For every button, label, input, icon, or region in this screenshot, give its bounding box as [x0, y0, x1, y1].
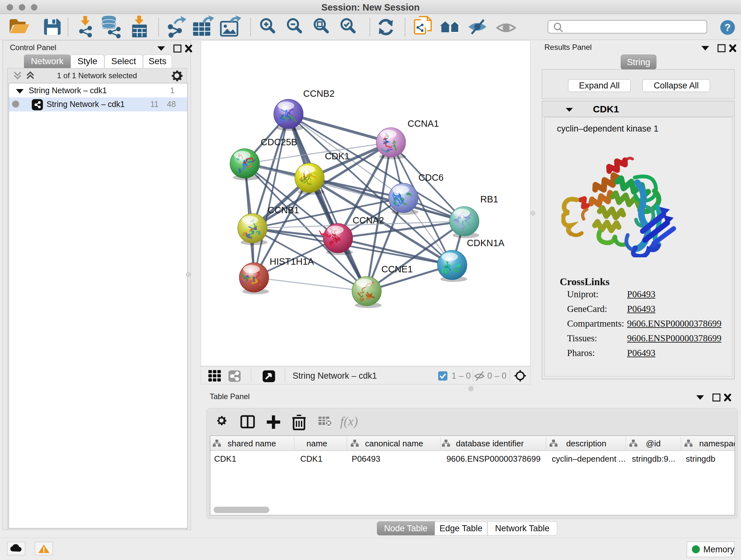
svg-text:CDC6: CDC6 [418, 172, 444, 183]
svg-text:?: ? [724, 22, 731, 33]
svg-text:String Network – cdk1: String Network – cdk1 [293, 371, 377, 381]
svg-text:canonical name: canonical name [365, 439, 423, 448]
svg-text:HIST1H1A: HIST1H1A [270, 256, 314, 266]
svg-text:database identifier: database identifier [456, 439, 524, 448]
svg-text:@id: @id [646, 439, 661, 448]
svg-text:RB1: RB1 [480, 194, 498, 204]
svg-text:CDC25B: CDC25B [261, 137, 297, 147]
svg-text:0 – 0: 0 – 0 [487, 371, 507, 381]
svg-text:CCNA1: CCNA1 [408, 118, 439, 129]
svg-text:namespac: namespac [699, 439, 735, 448]
svg-text:description: description [566, 439, 606, 448]
svg-text:CCNE1: CCNE1 [381, 264, 413, 274]
svg-text:CCNA2: CCNA2 [353, 215, 384, 226]
svg-text:CCNB2: CCNB2 [303, 88, 334, 99]
svg-text:CCNB1: CCNB1 [268, 205, 299, 215]
svg-text:name: name [307, 439, 327, 448]
svg-text:1 – 0: 1 – 0 [452, 371, 471, 381]
svg-text:f(x): f(x) [340, 414, 358, 428]
svg-text:CDK1: CDK1 [325, 151, 349, 161]
svg-text:shared name: shared name [227, 439, 276, 448]
svg-text:CDKN1A: CDKN1A [467, 238, 504, 248]
